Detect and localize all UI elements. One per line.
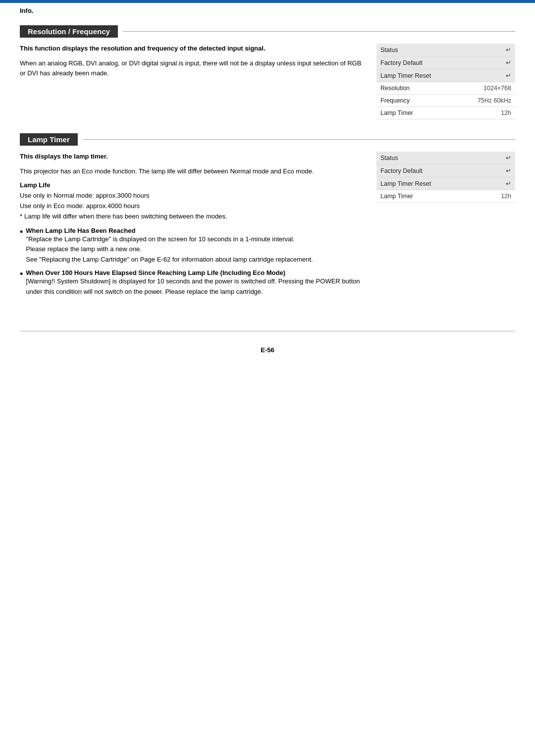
- table-cell-value: 1024×768: [458, 82, 515, 95]
- section2-bullets: •When Lamp Life Has Been Reached"Replace…: [20, 227, 362, 297]
- bullet-title: When Over 100 Hours Have Elapsed Since R…: [26, 269, 285, 276]
- table-cell-value: ↵: [458, 56, 515, 69]
- bullet-dot-icon: •: [20, 270, 23, 278]
- page-number: E-56: [0, 341, 535, 364]
- section1-title: Resolution / Frequency: [20, 25, 118, 38]
- section2-title: Lamp Timer: [20, 133, 78, 146]
- lamp-life-heading: Lamp Life: [20, 181, 362, 189]
- bullet-item: •When Over 100 Hours Have Elapsed Since …: [20, 269, 362, 297]
- section1-left: This function displays the resolution an…: [20, 44, 362, 119]
- lamp-life-note: *Lamp life will differ when there has be…: [20, 212, 362, 222]
- section2-right: Status↵Factory Default↵Lamp Timer Reset↵…: [376, 152, 515, 301]
- table-cell-label: Factory Default: [376, 164, 482, 177]
- table-cell-value: ↵: [482, 152, 515, 164]
- table-cell-value: 12h: [458, 107, 515, 119]
- table-cell-label: Lamp Timer Reset: [376, 177, 482, 190]
- section2-left: This displays the lamp timer. This proje…: [20, 152, 362, 301]
- section1-title-line: [123, 31, 515, 32]
- section1-paragraph: When an analog RGB, DVI analog, or DVI d…: [20, 58, 362, 79]
- table-cell-value: ↵: [458, 69, 515, 82]
- table-cell-value: 75Hz 60kHz: [458, 95, 515, 107]
- header-label: Info.: [20, 7, 33, 14]
- bullet-text: "Replace the Lamp Cartridge" is displaye…: [26, 235, 313, 264]
- bullet-content: When Over 100 Hours Have Elapsed Since R…: [26, 269, 362, 297]
- page-wrapper: Info. Resolution / Frequency This functi…: [0, 0, 535, 756]
- section2-content: This displays the lamp timer. This proje…: [20, 152, 515, 301]
- bottom-divider: [20, 331, 515, 331]
- table-cell-value: ↵: [458, 44, 515, 56]
- bullet-dot-icon: •: [20, 227, 23, 236]
- bullet-text: [Warning!! System Shutdown] is displayed…: [26, 277, 360, 295]
- section2-paragraph1: This projector has an Eco mode function.…: [20, 166, 362, 177]
- header-info: Info.: [0, 3, 535, 16]
- section1-table: Status↵Factory Default↵Lamp Timer Reset↵…: [376, 44, 515, 119]
- section2-title-wrapper: Lamp Timer: [20, 133, 515, 146]
- section2-title-line: [83, 139, 515, 140]
- table-cell-value: ↵: [482, 177, 515, 190]
- bullet-item: •When Lamp Life Has Been Reached"Replace…: [20, 227, 362, 265]
- table-cell-label: Status: [376, 44, 458, 56]
- lamp-life-line: Use only in Normal mode: approx.3000 hou…: [20, 191, 362, 201]
- section1-content: This function displays the resolution an…: [20, 44, 515, 119]
- table-cell-label: Lamp Timer Reset: [376, 69, 458, 82]
- lamp-life-lines: Use only in Normal mode: approx.3000 hou…: [20, 191, 362, 212]
- table-cell-value: ↵: [482, 164, 515, 177]
- bullet-content: When Lamp Life Has Been Reached"Replace …: [26, 227, 362, 265]
- section1-bold-intro: This function displays the resolution an…: [20, 44, 362, 54]
- table-cell-value: 12h: [482, 190, 515, 203]
- section2-bold-intro: This displays the lamp timer.: [20, 152, 362, 162]
- bullet-title: When Lamp Life Has Been Reached: [26, 227, 135, 234]
- table-cell-label: Frequency: [376, 95, 458, 107]
- table-cell-label: Resolution: [376, 82, 458, 95]
- table-cell-label: Status: [376, 152, 482, 164]
- section2-table: Status↵Factory Default↵Lamp Timer Reset↵…: [376, 152, 515, 203]
- section1-right: Status↵Factory Default↵Lamp Timer Reset↵…: [376, 44, 515, 119]
- table-cell-label: Lamp Timer: [376, 107, 458, 119]
- section1-title-wrapper: Resolution / Frequency: [20, 25, 515, 38]
- table-cell-label: Factory Default: [376, 56, 458, 69]
- lamp-life-line: Use only in Eco mode: approx.4000 hours: [20, 201, 362, 212]
- content-area: Resolution / Frequency This function dis…: [0, 16, 535, 321]
- table-cell-label: Lamp Timer: [376, 190, 482, 203]
